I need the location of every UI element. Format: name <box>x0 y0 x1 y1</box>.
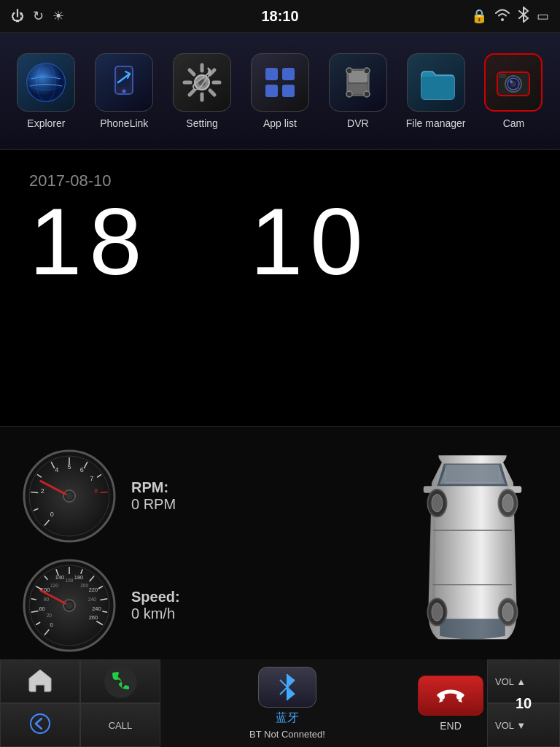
cam-label: Cam <box>503 117 525 129</box>
svg-text:6: 6 <box>80 466 84 473</box>
back-button[interactable] <box>0 703 80 747</box>
app-applist[interactable]: App list <box>244 53 316 129</box>
cam-icon-img <box>484 53 542 112</box>
svg-point-99 <box>432 603 443 620</box>
applist-icon-img <box>251 53 309 112</box>
end-label: END <box>440 720 462 732</box>
call-group: CALL <box>80 659 160 747</box>
dvr-label: DVR <box>347 117 369 129</box>
svg-point-97 <box>432 494 443 511</box>
svg-point-103 <box>456 694 462 700</box>
svg-point-101 <box>31 714 50 733</box>
app-setting[interactable]: Setting <box>166 53 238 129</box>
home-back-group <box>0 659 80 747</box>
lock-icon: 🔒 <box>471 8 487 24</box>
refresh-icon[interactable]: ↻ <box>33 8 44 24</box>
screen-icon: ▭ <box>537 8 549 24</box>
speed-value: 0 km/h <box>131 605 180 622</box>
rpm-label: RPM: <box>131 479 176 496</box>
vol-up-button[interactable]: VOL ▲ <box>487 659 560 703</box>
bluetooth-button[interactable] <box>258 667 316 708</box>
clock-hour: 18 <box>29 188 149 295</box>
svg-point-24 <box>346 91 352 97</box>
app-phonelink[interactable]: PhoneLink <box>88 53 160 129</box>
svg-point-5 <box>122 89 126 93</box>
svg-text:5: 5 <box>67 463 71 471</box>
vol-controls: VOL ▲ 10 VOL ▼ <box>487 659 560 747</box>
app-dvr[interactable]: DVR <box>322 53 394 129</box>
power-icon[interactable]: ⏻ <box>11 9 24 24</box>
filemanager-label: File manager <box>406 117 466 129</box>
svg-line-13 <box>190 70 194 74</box>
svg-point-100 <box>502 603 513 620</box>
status-time: 18:10 <box>261 8 298 25</box>
svg-text:180: 180 <box>74 574 84 581</box>
svg-rect-17 <box>265 68 278 80</box>
speed-label: Speed: <box>131 589 180 605</box>
brightness-icon[interactable]: ☀ <box>52 8 64 24</box>
bt-status: BT Not Conneted! <box>249 729 325 740</box>
setting-icon-img <box>173 53 231 112</box>
svg-point-26 <box>346 68 352 74</box>
svg-point-33 <box>510 80 513 83</box>
phonelink-icon-img <box>95 53 153 112</box>
svg-text:260: 260 <box>89 614 98 621</box>
svg-text:60: 60 <box>39 605 44 611</box>
home-icon <box>27 667 53 695</box>
svg-point-55 <box>66 492 73 500</box>
vehicle-section: 0 2 4 5 6 7 8 RPM: 0 RP <box>0 427 560 675</box>
svg-text:0: 0 <box>50 511 54 518</box>
home-button[interactable] <box>0 659 80 703</box>
svg-text:120: 120 <box>50 583 58 588</box>
svg-rect-19 <box>265 85 278 97</box>
svg-line-16 <box>190 90 194 95</box>
svg-point-102 <box>439 694 445 700</box>
call-button[interactable]: CALL <box>80 703 160 747</box>
svg-text:2: 2 <box>41 487 44 495</box>
svg-text:220: 220 <box>89 587 98 593</box>
svg-point-3 <box>27 63 65 101</box>
end-button[interactable] <box>418 676 483 716</box>
status-left-icons: ⏻ ↻ ☀ <box>11 8 64 24</box>
svg-text:140: 140 <box>55 574 65 581</box>
clock-time: 18 10 <box>29 194 531 289</box>
bluetooth-icon <box>518 7 529 26</box>
svg-text:0: 0 <box>50 622 52 628</box>
svg-text:7: 7 <box>90 475 93 482</box>
svg-point-25 <box>364 91 370 97</box>
svg-point-98 <box>502 494 513 511</box>
svg-rect-20 <box>282 85 295 97</box>
svg-text:240: 240 <box>92 605 101 611</box>
svg-text:80: 80 <box>44 597 50 602</box>
status-bar: ⏻ ↻ ☀ 18:10 🔒 ▭ <box>0 0 560 33</box>
svg-text:8: 8 <box>94 487 98 495</box>
app-cam[interactable]: Cam <box>477 53 550 129</box>
wifi-icon <box>494 8 510 25</box>
svg-text:20: 20 <box>47 613 52 618</box>
svg-rect-18 <box>282 68 295 80</box>
bottom-bar: CALL 蓝牙 BT Not Conneted! <box>0 659 560 747</box>
setting-label: Setting <box>186 117 218 129</box>
app-explorer[interactable]: Explorer <box>9 53 82 129</box>
svg-line-45 <box>101 492 108 492</box>
bt-center: 蓝牙 BT Not Conneted! <box>160 659 414 747</box>
app-bar: Explorer PhoneLink <box>0 33 560 150</box>
phone-icon-button[interactable] <box>80 659 160 703</box>
status-right-icons: 🔒 ▭ <box>471 7 549 26</box>
vol-up-label: VOL ▲ <box>495 676 526 687</box>
svg-point-27 <box>364 68 370 74</box>
clock-section: 2017-08-10 18 10 <box>0 150 560 427</box>
svg-rect-28 <box>421 77 454 99</box>
clock-minute: 10 <box>250 188 370 295</box>
svg-text:160: 160 <box>66 578 74 583</box>
svg-point-88 <box>66 602 73 609</box>
vol-down-button[interactable]: VOL ▼ <box>487 703 560 747</box>
svg-text:4: 4 <box>55 466 58 473</box>
vol-down-label: VOL ▼ <box>495 720 526 731</box>
app-filemanager[interactable]: File manager <box>400 53 472 129</box>
svg-rect-34 <box>499 74 506 78</box>
speed-gauge: 0 60 100 140 180 220 240 260 20 80 120 <box>22 558 117 653</box>
filemanager-icon-img <box>407 53 465 112</box>
call-label: CALL <box>109 720 133 731</box>
explorer-label: Explorer <box>27 117 65 129</box>
